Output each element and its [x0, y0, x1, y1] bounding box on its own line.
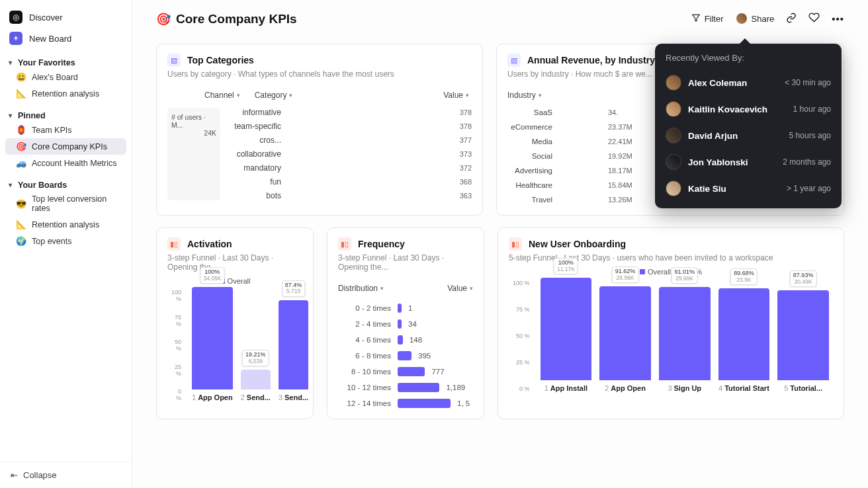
revenue-value: 34. [608, 108, 640, 116]
frequency-row[interactable]: 2 - 4 times 34 [338, 319, 473, 329]
heart-icon[interactable] [808, 12, 820, 25]
frequency-row[interactable]: 6 - 8 times 395 [338, 351, 473, 360]
more-icon[interactable]: ••• [832, 13, 844, 24]
category-row[interactable]: mandatory 372 [227, 163, 472, 173]
funnel-step[interactable]: 19.21%6,539 2Send... [241, 370, 271, 401]
pinned-section-header[interactable]: ▸ Pinned [0, 102, 132, 122]
viewer-row[interactable]: Kaitlin Kovacevich 1 hour ago [666, 96, 831, 122]
favorites-section-header[interactable]: ▸ Your Favorites [0, 49, 132, 69]
viewer-time: 1 hour ago [793, 104, 831, 114]
dropdown-category[interactable]: Category [255, 91, 293, 100]
bar-tooltip: 19.21%6,539 [242, 350, 269, 366]
chart-icon: ▧ [167, 54, 181, 67]
emoji-icon: 😎 [16, 199, 26, 209]
viewer-name: Jon Yablonski [688, 157, 776, 167]
industry-label: Travel [507, 196, 552, 204]
filter-button[interactable]: Filter [691, 13, 724, 24]
frequency-row[interactable]: 0 - 2 times 1 [338, 304, 473, 313]
link-icon[interactable] [786, 13, 797, 25]
sidebar-item[interactable]: 😎Top level conversion rates [0, 191, 132, 216]
category-row[interactable]: informative 378 [227, 108, 472, 117]
new-board-button[interactable]: + New Board [0, 28, 132, 49]
bucket-label: 6 - 8 times [338, 352, 391, 360]
funnel-step[interactable]: 87.4%5,715 3Send... [279, 300, 308, 401]
step-label: App Install [550, 384, 587, 392]
bar: 100%34.05K [192, 287, 233, 389]
discover-button[interactable]: ◎ Discover [0, 7, 132, 28]
bucket-label: 10 - 12 times [338, 384, 391, 391]
bar [398, 351, 412, 360]
revenue-value: 18.17M [608, 167, 640, 175]
revenue-value: 19.92M [608, 152, 640, 160]
chevron-down-icon: ▸ [7, 61, 15, 65]
bar-tooltip: 87.4%5,715 [282, 280, 306, 297]
funnel-step[interactable]: 91.62%28.56K 2App Open [599, 286, 651, 392]
collapse-button[interactable]: ⇤ Collapse [0, 462, 132, 488]
sidebar-item[interactable]: 📐Retention analysis [0, 85, 132, 102]
discover-icon: ◎ [9, 11, 22, 24]
sidebar-item[interactable]: 🏮Team KPIs [0, 122, 132, 138]
dropdown-value[interactable]: Value [447, 284, 473, 293]
share-button[interactable]: Share [736, 13, 775, 24]
dropdown-industry[interactable]: Industry [507, 91, 542, 100]
viewer-row[interactable]: Katie Siu > 1 year ago [666, 175, 831, 202]
filter-icon [691, 13, 701, 24]
viewer-name: Kaitlin Kovacevich [688, 104, 787, 114]
funnel-step[interactable]: 100%34.05K 1App Open [192, 287, 233, 401]
category-label: fun [227, 177, 281, 186]
bar-tooltip: 91.62%28.56K [612, 266, 639, 283]
boards-section-header[interactable]: ▸ Your Boards [0, 171, 132, 191]
sidebar-item[interactable]: 📐Retention analysis [0, 216, 132, 233]
card-top-categories: ▧ Top Categories Users by category · Wha… [156, 44, 483, 216]
category-row[interactable]: team-specific 378 [227, 122, 472, 131]
bar: 87.93%20.49K [777, 290, 829, 380]
sidebar-item-label: Account Health Metrics [32, 159, 117, 168]
sidebar-item[interactable]: 😀Alex's Board [0, 69, 132, 85]
funnel-step[interactable]: 87.93%20.49K 5Tutorial... [777, 290, 829, 392]
viewer-row[interactable]: Alex Coleman < 30 min ago [666, 69, 831, 96]
frequency-row[interactable]: 12 - 14 times 1, 5 [338, 399, 473, 408]
viewer-name: David Arjun [688, 131, 783, 141]
dropdown-channel[interactable]: Channel [204, 91, 240, 100]
frequency-row[interactable]: 10 - 12 times 1,189 [338, 383, 473, 392]
viewer-avatar[interactable] [736, 13, 748, 24]
viewer-row[interactable]: Jon Yablonski 2 months ago [666, 149, 831, 175]
funnel-step[interactable]: 100%11.17K 1App Install [541, 278, 592, 392]
bar-icon: ▮▯ [167, 237, 181, 251]
industry-label: SaaS [507, 108, 552, 116]
emoji-icon: 📐 [16, 89, 26, 99]
bar-tooltip: 100%11.17K [554, 258, 578, 274]
bucket-value: 1,189 [446, 384, 465, 391]
sidebar-item[interactable]: 🚙Account Health Metrics [0, 155, 132, 171]
frequency-row[interactable]: 4 - 6 times 148 [338, 335, 473, 345]
viewer-row[interactable]: David Arjun 5 hours ago [666, 122, 831, 149]
category-row[interactable]: fun 368 [227, 177, 472, 186]
chevron-down-icon: ▸ [7, 114, 15, 118]
category-row[interactable]: cros... 377 [227, 136, 472, 145]
bar-tooltip: 87.93%20.49K [790, 270, 817, 287]
avatar [666, 75, 681, 91]
bar: 89.68%23.5K [718, 288, 770, 380]
category-row[interactable]: bots 363 [227, 191, 472, 200]
bucket-value: 1 [408, 304, 412, 312]
step-label: Send... [284, 393, 308, 401]
funnel-step[interactable]: 89.68%23.5K 4Tutorial Start [718, 288, 770, 392]
bucket-label: 2 - 4 times [338, 320, 391, 328]
bucket-value: 395 [418, 352, 431, 360]
bar [398, 399, 451, 408]
emoji-icon: 😀 [16, 72, 26, 82]
sidebar-item-label: Alex's Board [32, 73, 78, 82]
category-value: 372 [453, 164, 472, 172]
step-label: App Open [198, 393, 233, 401]
sidebar-item[interactable]: 🎯Core Company KPIs [5, 138, 126, 155]
frequency-row[interactable]: 8 - 10 times 777 [338, 367, 473, 376]
popover-title: Recently Viewed By: [666, 53, 831, 63]
sidebar-item[interactable]: 🌍Top events [0, 233, 132, 249]
dropdown-distribution[interactable]: Distribution [338, 284, 384, 293]
sidebar-item-label: Top events [32, 237, 71, 246]
revenue-value: 22.41M [608, 138, 640, 145]
dropdown-value[interactable]: Value [443, 91, 469, 100]
chart-icon: ▧ [507, 54, 521, 67]
funnel-step[interactable]: 91.01%25.99K 3Sign Up [659, 287, 711, 392]
category-row[interactable]: collaborative 373 [227, 149, 472, 159]
